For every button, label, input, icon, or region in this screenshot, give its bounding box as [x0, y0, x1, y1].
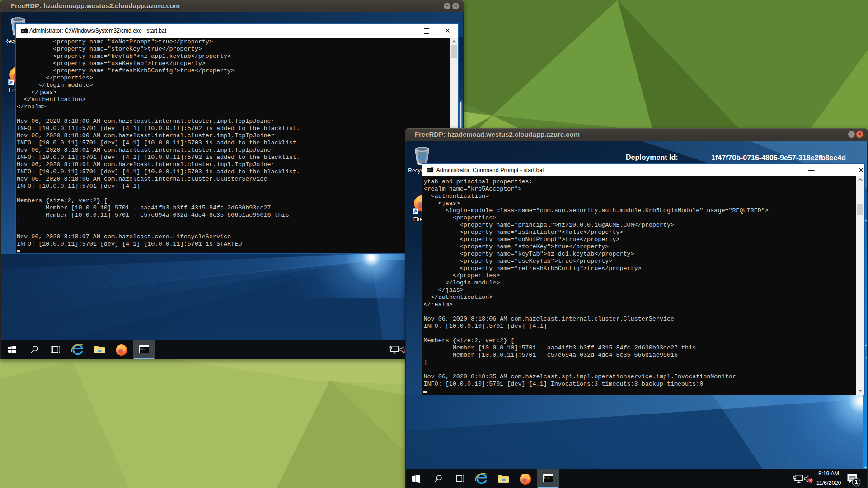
svg-text:1: 1: [855, 479, 858, 485]
